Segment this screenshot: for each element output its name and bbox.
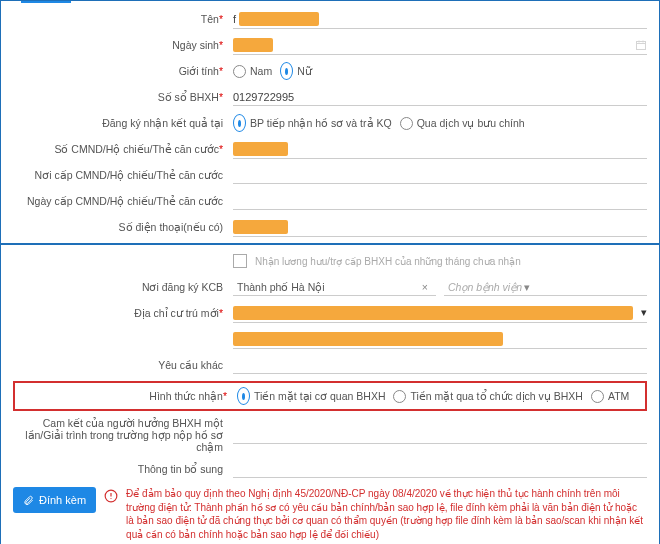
soso-input[interactable]: 0129722995 bbox=[233, 88, 647, 106]
paperclip-icon bbox=[23, 495, 34, 506]
ngaycap-input[interactable] bbox=[233, 192, 647, 210]
radio-nu[interactable]: Nữ bbox=[280, 62, 312, 80]
ngaysinh-input[interactable] bbox=[233, 36, 647, 55]
thongtin-input[interactable] bbox=[233, 460, 647, 478]
radio-nam[interactable]: Nam bbox=[233, 65, 272, 78]
svg-rect-0 bbox=[637, 41, 646, 49]
section-divider bbox=[1, 243, 659, 245]
camket-input[interactable] bbox=[233, 426, 647, 444]
radio-buu[interactable]: Qua dịch vụ bưu chính bbox=[400, 117, 525, 130]
label-ten: Tên* bbox=[13, 13, 233, 25]
masked-value bbox=[233, 38, 273, 52]
attach-button[interactable]: Đính kèm bbox=[13, 487, 96, 513]
label-yeucau: Yêu cầu khác bbox=[13, 359, 233, 371]
label-noicap: Nơi cấp CMND/Hộ chiếu/Thẻ căn cước bbox=[13, 169, 233, 181]
clear-icon[interactable]: × bbox=[418, 281, 432, 293]
masked-value bbox=[233, 332, 503, 346]
radio-cq[interactable]: Tiền mặt tại cơ quan BHXH bbox=[237, 387, 385, 405]
label-noidk: Nơi đăng ký KCB bbox=[13, 281, 233, 293]
checkbox-label: Nhận lương hưu/trợ cấp BHXH của những th… bbox=[255, 256, 521, 267]
radio-atm[interactable]: ATM bbox=[591, 390, 629, 403]
yeucau-input[interactable] bbox=[233, 356, 647, 374]
label-ngaysinh: Ngày sinh* bbox=[13, 39, 233, 51]
label-sodt: Số điện thoại(nếu có) bbox=[13, 221, 233, 233]
noicap-input[interactable] bbox=[233, 166, 647, 184]
active-tab-indicator bbox=[21, 1, 71, 3]
label-cmnd: Số CMND/Hộ chiếu/Thẻ căn cước* bbox=[13, 143, 233, 155]
radio-tc[interactable]: Tiền mặt qua tổ chức dịch vụ BHXH bbox=[393, 390, 582, 403]
cmnd-input[interactable] bbox=[233, 140, 647, 159]
hospital-select[interactable]: Chọn bệnh viện▾ bbox=[444, 278, 647, 296]
label-gioitinh: Giới tính* bbox=[13, 65, 233, 77]
checkbox-luonghuu[interactable] bbox=[233, 254, 247, 268]
city-select[interactable]: Thành phố Hà Nội× bbox=[233, 278, 436, 296]
warning-icon bbox=[104, 489, 118, 503]
masked-value bbox=[239, 12, 319, 26]
warning-text: Để đảm bảo quy định theo Nghị định 45/20… bbox=[126, 487, 647, 541]
label-dangky: Đăng ký nhận kết quả tại bbox=[13, 117, 233, 129]
diachi-input[interactable]: ▾ bbox=[233, 304, 647, 323]
label-ngaycap: Ngày cấp CMND/Hộ chiếu/Thẻ căn cước bbox=[13, 195, 233, 207]
masked-value bbox=[233, 142, 288, 156]
calendar-icon[interactable] bbox=[635, 39, 647, 51]
chevron-down-icon: ▾ bbox=[522, 281, 532, 293]
ten-input[interactable]: f bbox=[233, 10, 647, 29]
masked-value bbox=[233, 306, 633, 320]
label-thongtin: Thông tin bổ sung bbox=[13, 463, 233, 475]
label-soso: Số sổ BHXH* bbox=[13, 91, 233, 103]
diachi-input-2[interactable] bbox=[233, 330, 647, 349]
chevron-down-icon[interactable]: ▾ bbox=[641, 306, 647, 319]
label-hinhthuc: Hình thức nhận* bbox=[17, 390, 237, 402]
label-diachi: Địa chỉ cư trú mới* bbox=[13, 307, 233, 319]
sodt-input[interactable] bbox=[233, 218, 647, 237]
masked-value bbox=[233, 220, 288, 234]
label-camket: Cam kết của người hưởng BHXH một lần/Giả… bbox=[13, 417, 233, 453]
radio-bp[interactable]: BP tiếp nhận hồ sơ và trả KQ bbox=[233, 114, 392, 132]
